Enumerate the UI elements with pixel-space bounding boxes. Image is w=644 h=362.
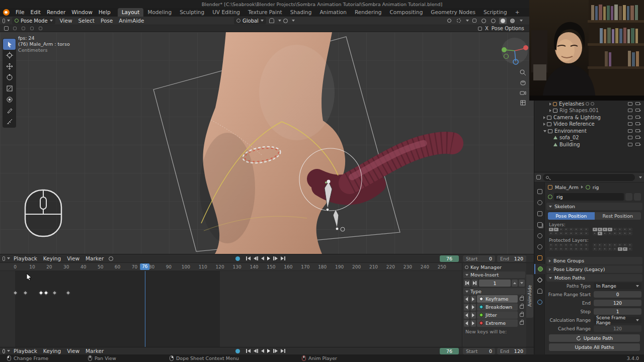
layer-toggle[interactable] [584, 243, 589, 247]
type-next-button[interactable] [470, 320, 476, 327]
layer-toggle[interactable] [603, 243, 607, 247]
keyframe-diamond[interactable] [66, 291, 71, 296]
start-frame-field[interactable]: Start 0 [463, 255, 495, 262]
tab-render[interactable] [534, 198, 545, 208]
viewport-menu-select[interactable]: Select [75, 17, 98, 25]
nudge-up-button[interactable] [512, 280, 518, 287]
axis-navigation-gizmo[interactable] [500, 36, 529, 65]
type-panel-header[interactable]: Type [463, 288, 525, 295]
pose-options-dropdown[interactable]: Pose Options [492, 26, 524, 31]
tab-object-data[interactable] [534, 264, 545, 274]
timeline-ruler[interactable]: 0102030405060708090100110120130140150160… [0, 263, 462, 271]
motion-paths-panel-header[interactable]: Motion Paths [546, 274, 642, 282]
pan-hand-icon[interactable] [520, 79, 526, 86]
workspace-tab-modeling[interactable]: Modeling [143, 8, 176, 17]
type-prev-button[interactable] [464, 296, 469, 303]
viewport-menu-view[interactable]: View [57, 17, 75, 25]
layer-toggle[interactable] [623, 228, 627, 231]
xray-toggle-icon[interactable] [470, 18, 478, 24]
layer-toggle[interactable] [559, 243, 564, 247]
tool-option-icon-2[interactable] [20, 25, 27, 32]
outliner-row-eyelashes[interactable]: Eyelashes [534, 101, 644, 107]
keyframe-diamond[interactable] [23, 291, 28, 296]
outliner-row-building[interactable]: Building [534, 141, 644, 148]
layer-toggle[interactable] [613, 232, 617, 235]
type-next-button[interactable] [470, 296, 476, 303]
hide-viewport-icon[interactable] [628, 116, 632, 119]
type-breakdown-button[interactable]: Breakdown [477, 303, 518, 311]
menu-help[interactable]: Help [96, 8, 114, 17]
show-gizmo-icon[interactable] [445, 18, 453, 24]
layer-toggle[interactable] [593, 228, 597, 231]
auto-key-toggle[interactable] [235, 256, 240, 261]
timeline-editor-icon[interactable] [3, 348, 10, 354]
expand-caret-icon[interactable] [543, 116, 545, 119]
workspace-tab-uv-editing[interactable]: UV Editing [208, 8, 244, 17]
collapse-caret-icon[interactable] [543, 130, 546, 132]
datablock-name-field[interactable]: rig [554, 193, 624, 201]
layer-toggle[interactable] [593, 247, 597, 251]
rotate-tool[interactable] [3, 72, 16, 83]
bone-groups-panel-header[interactable]: Bone Groups [546, 257, 642, 264]
tab-bone-constraints[interactable] [534, 286, 545, 296]
perspective-toggle-icon[interactable] [520, 100, 526, 106]
type-prev-button[interactable] [464, 320, 469, 327]
ds-menu-keying[interactable]: Keying [40, 254, 64, 263]
layer-toggle[interactable] [559, 232, 564, 235]
expand-caret-icon[interactable] [549, 103, 551, 106]
layer-toggle[interactable] [554, 232, 558, 235]
hide-viewport-icon[interactable] [628, 136, 632, 139]
add-workspace-button[interactable]: + [511, 8, 524, 17]
expand-caret-icon[interactable] [549, 109, 551, 112]
tab-output[interactable] [534, 209, 545, 219]
layer-toggle[interactable] [574, 228, 579, 231]
shading-caret[interactable] [520, 20, 523, 22]
menu-file[interactable]: File [13, 8, 28, 17]
viewport-menu-pose[interactable]: Pose [98, 17, 116, 25]
ds-menu-view[interactable]: View [64, 254, 83, 263]
breadcrumb-object[interactable]: Male_Arm [555, 185, 579, 190]
menu-render[interactable]: Render [44, 8, 68, 17]
lock-icon[interactable] [520, 313, 524, 317]
layer-toggle[interactable] [613, 247, 617, 251]
move-amount-field[interactable]: 1 [479, 280, 511, 287]
layer-toggle[interactable] [628, 228, 632, 231]
animaide-sidebar-tab[interactable]: AnimAide [526, 275, 533, 318]
tl-menu-marker[interactable]: Marker [83, 347, 107, 355]
breadcrumb-data[interactable]: rig [593, 185, 599, 190]
tl-menu-view[interactable]: View [64, 347, 83, 355]
layer-toggle[interactable] [579, 228, 584, 231]
pose-position-button[interactable]: Pose Position [548, 212, 595, 220]
select-tool[interactable] [3, 39, 16, 50]
layer-toggle[interactable] [549, 232, 553, 235]
shading-wireframe-icon[interactable] [480, 18, 488, 24]
disable-render-icon[interactable] [635, 109, 640, 112]
cursor-tool[interactable] [3, 50, 16, 61]
tab-world[interactable] [534, 242, 545, 252]
layer-toggle[interactable] [554, 247, 558, 251]
tab-scene[interactable] [534, 231, 545, 241]
disable-render-icon[interactable] [635, 136, 640, 139]
tab-bone[interactable] [534, 275, 545, 285]
viewport-menu-animaide[interactable]: AnimAide [116, 17, 147, 25]
menu-window[interactable]: Window [68, 8, 95, 17]
blender-logo-icon[interactable] [3, 9, 10, 16]
layer-toggle[interactable] [628, 232, 632, 235]
move-insert-panel-header[interactable]: Move-Insert [463, 272, 525, 278]
play-reverse-button[interactable] [261, 349, 264, 353]
workspace-tab-layout[interactable]: Layout [118, 8, 144, 17]
layer-toggle[interactable] [618, 247, 622, 251]
layer-toggle[interactable] [613, 228, 617, 231]
end-frame-field[interactable]: End 120 [497, 255, 526, 262]
hide-viewport-icon[interactable] [628, 122, 632, 126]
tool-option-icon-3[interactable] [28, 25, 36, 32]
measure-tool[interactable] [3, 116, 16, 127]
jump-end-button[interactable] [281, 256, 285, 260]
type-keyframe-button[interactable]: Keyframe [477, 295, 518, 303]
editor-type-icon[interactable] [3, 18, 10, 24]
layer-toggle[interactable] [608, 247, 612, 251]
layer-toggle[interactable] [608, 228, 612, 231]
disable-render-icon[interactable] [635, 143, 640, 146]
shading-rendered-icon[interactable] [509, 18, 516, 24]
outliner-row-environment[interactable]: Environment [534, 128, 644, 134]
